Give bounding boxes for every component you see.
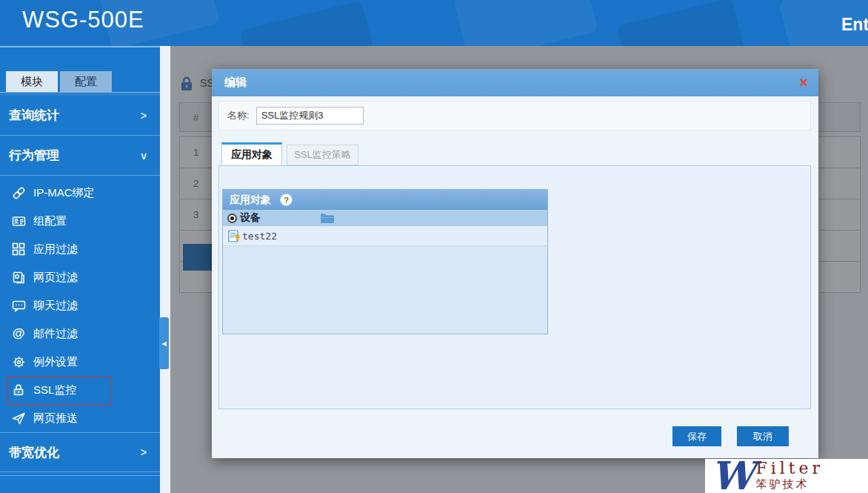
- sidebar-tab-label: 模块: [21, 75, 43, 89]
- save-button[interactable]: 保存: [672, 426, 721, 446]
- sidebar: 模块 配置 查询统计 > 行为管理 v: [0, 46, 160, 493]
- device-radio-row[interactable]: 设备: [223, 210, 547, 226]
- app-title: WSG-500E: [22, 7, 144, 33]
- topbar-right-text: Ent: [841, 15, 868, 35]
- logo-w-mark: W: [711, 459, 754, 493]
- dialog-header: 编辑: [212, 69, 818, 96]
- sidebar-item-label: 聊天过滤: [33, 299, 78, 313]
- app-window: WSG-500E Ent 模块 配置 查询统计 > 行为管理 v: [0, 0, 868, 493]
- sidebar-item-ip-mac-binding[interactable]: IP-MAC绑定: [0, 179, 160, 207]
- help-icon[interactable]: ?: [280, 193, 293, 206]
- link-icon: [11, 185, 26, 200]
- logo-name: Filter: [755, 460, 824, 477]
- device-label: 设备: [240, 211, 261, 225]
- chevron-down-icon: v: [141, 150, 147, 162]
- tab-label: SSL监控策略: [294, 148, 351, 162]
- panel-header-label: 应用对象: [230, 193, 271, 207]
- sidebar-item-label: SSL监控: [33, 383, 76, 397]
- sidebar-item-chat-filter[interactable]: 聊天过滤: [0, 291, 160, 320]
- certificate-icon: [228, 230, 241, 242]
- list-item-label: test22: [242, 231, 277, 242]
- at-icon: @: [11, 326, 26, 341]
- tab-application-object[interactable]: 应用对象: [221, 142, 282, 165]
- logo-text-block: Filter 笨驴技术: [755, 459, 824, 491]
- tab-content-panel: 应用对象 ? 设备: [218, 165, 811, 409]
- sidebar-section-query-stats[interactable]: 查询统计 >: [0, 96, 160, 136]
- sidebar-tab-label: 配置: [75, 75, 97, 89]
- chevron-right-icon: >: [141, 446, 147, 458]
- name-label: 名称:: [227, 109, 250, 122]
- panel-header: 应用对象 ?: [223, 190, 547, 210]
- sidebar-tab-bar: 模块 配置: [0, 71, 160, 92]
- sidebar-item-group-config[interactable]: 组配置: [0, 207, 160, 235]
- sidebar-item-ssl-monitor[interactable]: SSL监控: [0, 376, 160, 404]
- edit-dialog: 编辑 × 名称: 应用对象 SSL监控策略 应用对象 ? 设备: [212, 69, 818, 458]
- section-label: 查询统计: [9, 107, 59, 124]
- lock-icon: [11, 383, 26, 397]
- sidebar-item-label: IP-MAC绑定: [33, 186, 95, 200]
- keyboard-texture: [239, 1, 375, 46]
- name-input[interactable]: [256, 107, 364, 125]
- close-icon[interactable]: ×: [799, 73, 808, 91]
- section-label: 带宽优化: [9, 444, 59, 461]
- sidebar-menu: IP-MAC绑定 组配置: [0, 176, 160, 432]
- gear-icon: [11, 354, 26, 369]
- list-item-test22[interactable]: test22: [223, 226, 547, 246]
- section-label: 行为管理: [9, 147, 59, 164]
- radio-selected-icon[interactable]: [227, 214, 237, 223]
- id-card-icon: [11, 214, 26, 228]
- dialog-title: 编辑: [212, 76, 247, 90]
- sidebar-item-mail-filter[interactable]: @ 邮件过滤: [0, 320, 160, 348]
- webpage-icon: [11, 270, 26, 285]
- sidebar-item-label: 网页推送: [33, 411, 78, 426]
- sidebar-tab-config[interactable]: 配置: [60, 71, 112, 92]
- sidebar-item-label: 组配置: [33, 214, 67, 228]
- top-bar: WSG-500E Ent: [0, 0, 868, 46]
- sidebar-item-web-push[interactable]: 网页推送: [0, 404, 160, 432]
- name-field-row: 名称:: [218, 101, 811, 130]
- sidebar-item-exception-settings[interactable]: 例外设置: [0, 348, 160, 376]
- sidebar-gap: [160, 46, 170, 493]
- application-object-panel: 应用对象 ? 设备: [222, 189, 548, 334]
- sidebar-item-label: 网页过滤: [33, 271, 78, 285]
- sidebar-section-bandwidth-opt[interactable]: 带宽优化 >: [0, 432, 160, 472]
- sidebar-collapse-handle[interactable]: ◀: [159, 317, 169, 369]
- sidebar-item-label: 例外设置: [33, 355, 78, 369]
- grid-icon: [11, 242, 26, 257]
- chevron-right-icon: >: [141, 110, 147, 122]
- folder-icon[interactable]: [320, 213, 335, 224]
- sidebar-section-behavior-mgmt[interactable]: 行为管理 v: [0, 136, 160, 176]
- tab-ssl-monitor-policy[interactable]: SSL监控策略: [287, 145, 358, 165]
- keyboard-texture: [453, 0, 598, 46]
- chat-icon: [11, 298, 26, 313]
- keyboard-texture: [617, 0, 747, 46]
- collapse-left-icon: ◀: [161, 340, 166, 347]
- paper-plane-icon: [11, 411, 26, 426]
- sidebar-item-web-filter[interactable]: 网页过滤: [0, 263, 160, 291]
- vendor-logo: W Filter 笨驴技术: [705, 459, 868, 493]
- logo-subtitle: 笨驴技术: [755, 477, 824, 491]
- sidebar-tab-modules[interactable]: 模块: [6, 71, 58, 92]
- sidebar-item-label: 应用过滤: [33, 242, 78, 257]
- cancel-button[interactable]: 取消: [737, 426, 789, 446]
- dialog-tab-bar: 应用对象 SSL监控策略: [221, 142, 358, 165]
- sidebar-item-app-filter[interactable]: 应用过滤: [0, 235, 160, 263]
- tab-label: 应用对象: [231, 148, 273, 162]
- sidebar-divider: [0, 475, 160, 487]
- sidebar-item-label: 邮件过滤: [33, 327, 78, 341]
